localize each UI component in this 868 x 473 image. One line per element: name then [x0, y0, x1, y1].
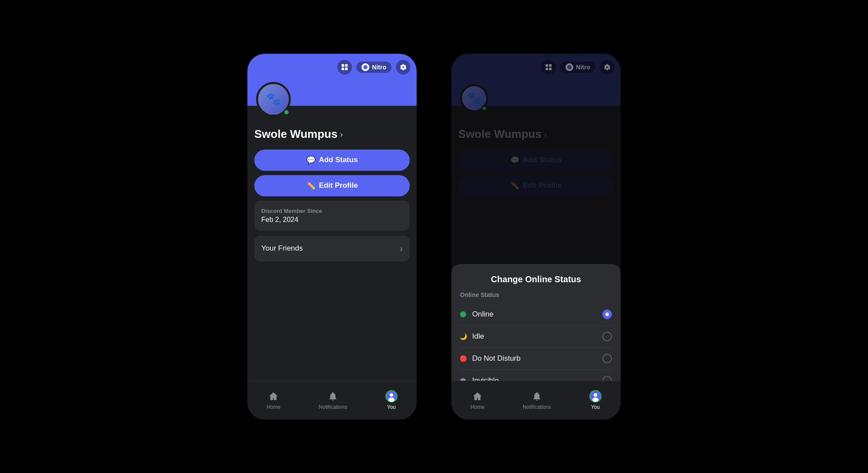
svg-rect-1 — [345, 64, 348, 67]
dnd-label: Do Not Disturb — [472, 354, 520, 363]
dnd-dot-icon: 🔴 — [460, 356, 466, 362]
avatar-wrapper-1[interactable] — [256, 82, 291, 117]
svg-rect-0 — [342, 64, 344, 67]
svg-rect-3 — [345, 68, 348, 70]
add-status-label-1: Add Status — [319, 156, 358, 164]
status-left-idle: 🌙 Idle — [460, 332, 484, 341]
your-friends-label-1: Your Friends — [261, 244, 303, 253]
edit-profile-button-1[interactable]: ✏️ Edit Profile — [254, 175, 410, 196]
home-icon-2 — [471, 390, 483, 402]
home-label-2: Home — [470, 404, 484, 410]
svg-point-4 — [363, 65, 368, 69]
you-icon-2 — [589, 390, 602, 402]
dnd-radio — [602, 354, 612, 363]
friends-chevron-icon-1: › — [400, 244, 403, 254]
username-1: Swole Wumpus — [254, 127, 338, 141]
online-status-dot-1 — [283, 109, 290, 116]
nitro-icon-1 — [362, 63, 369, 71]
top-bar-1: Nitro — [337, 60, 411, 75]
profile-content-1: Swole Wumpus › 💬 Add Status ✏️ Edit Prof… — [247, 127, 417, 381]
notifications-icon-2 — [531, 390, 543, 402]
modal-section-label: Online Status — [460, 291, 612, 298]
nav-home-1[interactable]: Home — [266, 390, 280, 410]
home-label-1: Home — [266, 404, 280, 410]
notifications-label-1: Notifications — [319, 404, 347, 410]
status-option-idle[interactable]: 🌙 Idle — [460, 326, 612, 348]
svg-point-6 — [390, 393, 393, 397]
status-option-dnd[interactable]: 🔴 Do Not Disturb — [460, 348, 612, 370]
notifications-label-2: Notifications — [523, 404, 551, 410]
phone-1: Nitro Swole Wumpus › 💬 Add Status — [247, 54, 417, 420]
add-status-icon-1: 💬 — [306, 156, 316, 165]
status-option-online[interactable]: Online — [460, 303, 612, 326]
svg-point-14 — [594, 393, 597, 397]
nav-you-1[interactable]: You — [385, 390, 398, 410]
nav-you-2[interactable]: You — [589, 390, 602, 410]
profile-banner-1: Nitro — [247, 54, 417, 106]
member-since-label-1: Discord Member Since — [261, 208, 403, 214]
online-label: Online — [472, 310, 493, 319]
notifications-icon-1 — [327, 390, 339, 402]
grid-icon[interactable] — [337, 60, 352, 75]
idle-dot-icon: 🌙 — [460, 333, 466, 339]
home-icon-1 — [267, 390, 279, 402]
you-label-2: You — [591, 404, 600, 410]
nitro-badge-1[interactable]: Nitro — [356, 62, 391, 73]
nitro-label-1: Nitro — [372, 64, 386, 71]
username-chevron-1[interactable]: › — [340, 130, 343, 139]
you-icon-1 — [385, 390, 398, 402]
online-radio-selected — [602, 310, 612, 319]
your-friends-card-1[interactable]: Your Friends › — [254, 236, 410, 261]
svg-rect-2 — [342, 68, 344, 70]
settings-icon-1[interactable] — [396, 60, 411, 75]
edit-profile-label-1: Edit Profile — [319, 181, 358, 190]
you-label-1: You — [387, 404, 396, 410]
modal-title: Change Online Status — [460, 274, 612, 284]
svg-point-15 — [592, 398, 598, 402]
idle-label: Idle — [472, 332, 484, 341]
member-since-card-1: Discord Member Since Feb 2, 2024 — [254, 201, 410, 231]
nav-notifications-1[interactable]: Notifications — [319, 390, 347, 410]
phone-2: Nitro Swole Wumpus › 💬 Add Status — [451, 54, 621, 420]
edit-profile-icon-1: ✏️ — [306, 181, 316, 190]
nav-notifications-2[interactable]: Notifications — [523, 390, 551, 410]
status-left-online: Online — [460, 310, 493, 319]
add-status-button-1[interactable]: 💬 Add Status — [254, 150, 410, 171]
idle-radio — [602, 332, 612, 341]
svg-point-7 — [388, 398, 395, 402]
online-dot-icon — [460, 311, 466, 317]
member-since-date-1: Feb 2, 2024 — [261, 216, 403, 224]
bottom-nav-1: Home Notifications You — [247, 381, 417, 420]
bottom-nav-2: Home Notifications You — [451, 381, 621, 420]
nav-home-2[interactable]: Home — [470, 390, 484, 410]
username-row-1: Swole Wumpus › — [254, 127, 410, 141]
status-left-dnd: 🔴 Do Not Disturb — [460, 354, 520, 363]
